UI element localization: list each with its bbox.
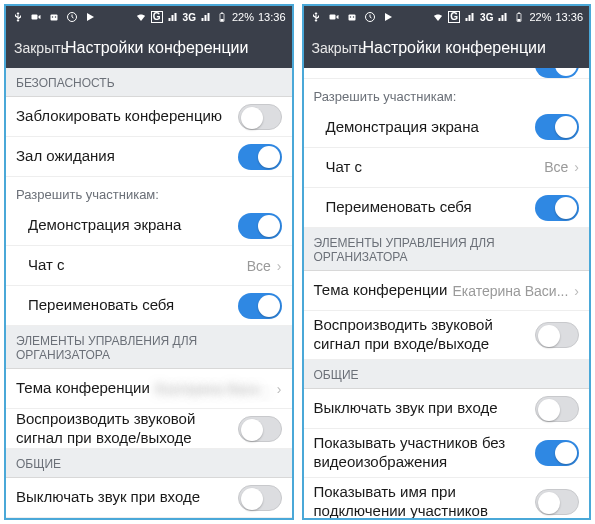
- battery-percent: 22%: [529, 11, 551, 23]
- section-general: ОБЩИЕ: [6, 449, 292, 478]
- svg-rect-0: [32, 15, 38, 20]
- row-mute-on-join[interactable]: Выключать звук при входе: [6, 478, 292, 518]
- svg-rect-7: [220, 19, 223, 21]
- toggle-rename-self[interactable]: [238, 293, 282, 319]
- signal-icon: [464, 11, 476, 23]
- row-play-sound[interactable]: Воспроизводить звуковой сигнал при входе…: [304, 311, 590, 360]
- chevron-right-icon: ›: [277, 381, 282, 397]
- row-mute-on-join[interactable]: Выключать звук при входе: [304, 389, 590, 429]
- play-icon: [84, 11, 96, 23]
- row-label: Показывать имя при подключении участнико…: [314, 483, 536, 518]
- row-show-name-on-join[interactable]: Показывать имя при подключении участнико…: [304, 478, 590, 518]
- svg-point-11: [352, 16, 354, 18]
- svg-point-10: [349, 16, 351, 18]
- network-type: 3G: [183, 12, 196, 23]
- partial-toggle-top: [304, 68, 590, 79]
- status-bar: G 3G 22% 13:36: [6, 6, 292, 28]
- row-value: Все: [247, 258, 271, 274]
- row-label: Выключать звук при входе: [16, 488, 238, 507]
- signal2-icon: [200, 11, 212, 23]
- toggle-mute-on-join[interactable]: [238, 485, 282, 511]
- phone-left: G 3G 22% 13:36 Закрыть Настройки конфере…: [4, 4, 294, 520]
- row-value: Екатерина Васи...: [452, 283, 568, 299]
- row-label: Показывать участников без видеоизображен…: [314, 434, 536, 472]
- row-play-sound[interactable]: Воспроизводить звуковой сигнал при входе…: [6, 409, 292, 449]
- row-screen-share[interactable]: Демонстрация экрана: [6, 206, 292, 246]
- row-label: Воспроизводить звуковой сигнал при входе…: [16, 410, 238, 448]
- play-icon: [382, 11, 394, 23]
- section-host-controls: ЭЛЕМЕНТЫ УПРАВЛЕНИЯ ДЛЯ ОРГАНИЗАТОРА: [304, 228, 590, 271]
- robot-icon: [48, 11, 60, 23]
- usb-icon: [310, 11, 322, 23]
- row-waiting-room[interactable]: Зал ожидания: [6, 137, 292, 177]
- toggle-waiting-room[interactable]: [238, 144, 282, 170]
- toggle-lock-conference[interactable]: [238, 104, 282, 130]
- row-chat-with[interactable]: Чат с Все ›: [6, 246, 292, 286]
- row-show-no-video[interactable]: Показывать участников без видеоизображен…: [304, 429, 590, 478]
- subheader-allow-participants: Разрешить участникам:: [6, 177, 292, 206]
- phone-right: G 3G 22% 13:36 Закрыть Настройки конфере…: [302, 4, 592, 520]
- battery-icon: [513, 11, 525, 23]
- camera-icon: [328, 11, 340, 23]
- settings-list: БЕЗОПАСНОСТЬ Заблокировать конференцию З…: [6, 68, 292, 518]
- chevron-right-icon: ›: [277, 258, 282, 274]
- signal-icon: [167, 11, 179, 23]
- toggle-mute-on-join[interactable]: [535, 396, 579, 422]
- toggle-show-name-on-join[interactable]: [535, 489, 579, 515]
- robot-icon: [346, 11, 358, 23]
- camera-icon: [30, 11, 42, 23]
- row-label: Тема конференции: [314, 281, 453, 300]
- row-label: Тема конференции: [16, 379, 155, 398]
- svg-point-3: [55, 16, 57, 18]
- status-bar: G 3G 22% 13:36: [304, 6, 590, 28]
- svg-rect-9: [348, 15, 355, 21]
- toggle-show-no-video[interactable]: [535, 440, 579, 466]
- toggle-play-sound[interactable]: [535, 322, 579, 348]
- battery-percent: 22%: [232, 11, 254, 23]
- row-label: Демонстрация экрана: [326, 118, 536, 137]
- page-title: Настройки конференции: [327, 39, 581, 57]
- svg-rect-8: [329, 15, 335, 20]
- row-label: Чат с: [28, 256, 247, 275]
- row-label: Демонстрация экрана: [28, 216, 238, 235]
- row-label: Переименовать себя: [28, 296, 238, 315]
- clock-icon: [66, 11, 78, 23]
- toggle-rename-self[interactable]: [535, 195, 579, 221]
- toggle-partial[interactable]: [535, 68, 579, 78]
- row-screen-share[interactable]: Демонстрация экрана: [304, 108, 590, 148]
- row-label: Переименовать себя: [326, 198, 536, 217]
- chevron-right-icon: ›: [574, 283, 579, 299]
- wifi-icon: [135, 11, 147, 23]
- wifi-icon: [432, 11, 444, 23]
- section-general: ОБЩИЕ: [304, 360, 590, 389]
- network-type: 3G: [480, 12, 493, 23]
- row-label: Выключать звук при входе: [314, 399, 536, 418]
- battery-icon: [216, 11, 228, 23]
- row-label: Чат с: [326, 158, 545, 177]
- chevron-right-icon: ›: [574, 159, 579, 175]
- row-rename-self[interactable]: Переименовать себя: [304, 188, 590, 228]
- status-time: 13:36: [555, 11, 583, 23]
- subheader-allow-participants: Разрешить участникам:: [304, 79, 590, 108]
- clock-icon: [364, 11, 376, 23]
- navbar: Закрыть Настройки конференции: [6, 28, 292, 68]
- toggle-screen-share[interactable]: [238, 213, 282, 239]
- row-lock-conference[interactable]: Заблокировать конференцию: [6, 97, 292, 137]
- toggle-screen-share[interactable]: [535, 114, 579, 140]
- svg-rect-14: [518, 13, 520, 14]
- signal2-icon: [497, 11, 509, 23]
- g-mark-icon: G: [448, 11, 460, 23]
- page-title: Настройки конференции: [30, 39, 284, 57]
- row-label: Зал ожидания: [16, 147, 238, 166]
- row-label: Заблокировать конференцию: [16, 107, 238, 126]
- svg-rect-15: [518, 19, 521, 21]
- toggle-play-sound[interactable]: [238, 416, 282, 442]
- row-rename-self[interactable]: Переименовать себя: [6, 286, 292, 326]
- usb-icon: [12, 11, 24, 23]
- navbar: Закрыть Настройки конференции: [304, 28, 590, 68]
- row-chat-with[interactable]: Чат с Все ›: [304, 148, 590, 188]
- row-topic[interactable]: Тема конференции Екатерина Васи... ›: [304, 271, 590, 311]
- row-topic[interactable]: Тема конференции Екатерина Васи... ›: [6, 369, 292, 409]
- row-label: Воспроизводить звуковой сигнал при входе…: [314, 316, 536, 354]
- g-mark-icon: G: [151, 11, 163, 23]
